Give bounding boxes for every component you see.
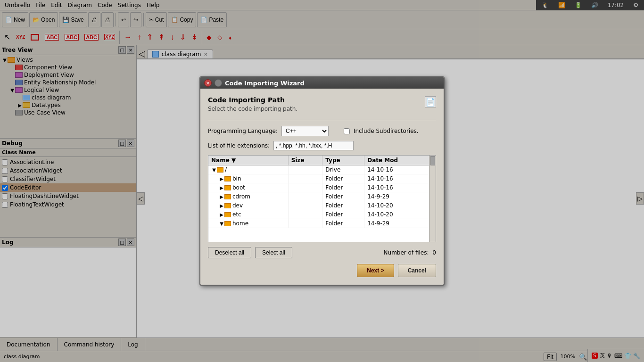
col-type[interactable]: Type [322,156,364,165]
dialog-title: Code Importing Wizard [225,80,305,87]
folder-icon-cdrom [224,194,231,199]
dialog-body: 📄 Code Importing Path Select the code im… [200,89,444,285]
file-row-dev[interactable]: ▶dev Folder 14-10-20 [208,201,429,210]
file-row-root[interactable]: ▼/ Drive 14-10-16 [208,165,429,174]
toggle-cdrom[interactable]: ▶ [219,194,224,200]
dialog-action-row: Deselect all Select all Number of files:… [208,247,436,258]
col-name[interactable]: Name ▼ [208,156,288,165]
toggle-home[interactable]: ▼ [219,221,224,227]
lang-row: Programming Language: C++ Java Python PH… [208,126,436,136]
col-date[interactable]: Date Mod [364,156,429,165]
dialog-divider [208,120,436,120]
lang-combo-wrapper: C++ Java Python PHP [281,126,329,136]
folder-icon-bin [224,176,231,181]
file-row-bin[interactable]: ▶bin Folder 14-10-16 [208,174,429,183]
lang-label: Programming Language: [208,128,278,134]
toggle-root[interactable]: ▼ [211,167,217,173]
folder-icon-home [224,221,231,226]
lang-select[interactable]: C++ Java Python PHP [281,126,329,136]
cancel-button[interactable]: Cancel [398,264,436,277]
include-subdirs-checkbox[interactable] [344,128,350,134]
folder-icon-etc [224,212,231,217]
file-row-cdrom[interactable]: ▶cdrom Folder 14-9-29 [208,192,429,201]
file-table: Name ▼ Size Type Date Mod ▼/ [208,156,429,228]
toggle-bin[interactable]: ▶ [219,176,224,182]
toggle-boot[interactable]: ▶ [219,185,224,191]
file-count-value: 0 [432,249,436,256]
file-count-label: Number of files: 0 [384,249,436,256]
toggle-etc[interactable]: ▶ [219,212,224,218]
folder-icon-root [217,167,223,173]
code-importing-wizard-dialog: ✕ Code Importing Wizard 📄 Code Importing… [199,76,445,286]
include-subdirs-label: Include Subdirectories. [354,128,419,134]
extensions-input[interactable] [273,141,354,150]
col-size[interactable]: Size [288,156,322,165]
extensions-label: List of file extensions: [208,142,270,149]
file-row-etc[interactable]: ▶etc Folder 14-10-20 [208,210,429,219]
scrollbar-thumb[interactable] [430,156,435,165]
file-table-wrapper: Name ▼ Size Type Date Mod ▼/ [208,155,436,242]
file-table-scroll[interactable]: Name ▼ Size Type Date Mod ▼/ [208,156,429,242]
extensions-row: List of file extensions: [208,141,436,150]
dialog-corner-icon: 📄 [425,96,436,107]
dialog-nav-row: Next > Cancel [208,264,436,277]
folder-icon-dev [224,203,231,208]
dialog-section: 📄 Code Importing Path Select the code im… [208,96,436,120]
toggle-dev[interactable]: ▶ [219,203,224,209]
file-table-scrollbar[interactable] [429,156,436,242]
modal-overlay: ✕ Code Importing Wizard 📄 Code Importing… [0,0,644,362]
dialog-section-title: Code Importing Path [208,96,436,104]
file-row-home[interactable]: ▼home Folder 14-9-29 [208,219,429,228]
select-all-button[interactable]: Select all [255,247,292,258]
dialog-close-button[interactable]: ✕ [204,79,212,87]
next-button[interactable]: Next > [357,264,394,277]
dialog-section-desc: Select the code importing path. [208,106,436,112]
dialog-minimize-button[interactable] [215,79,222,87]
deselect-all-button[interactable]: Deselect all [208,247,251,258]
file-row-boot[interactable]: ▶boot Folder 14-10-16 [208,183,429,192]
folder-icon-boot [224,185,231,190]
dialog-titlebar: ✕ Code Importing Wizard [200,77,444,89]
